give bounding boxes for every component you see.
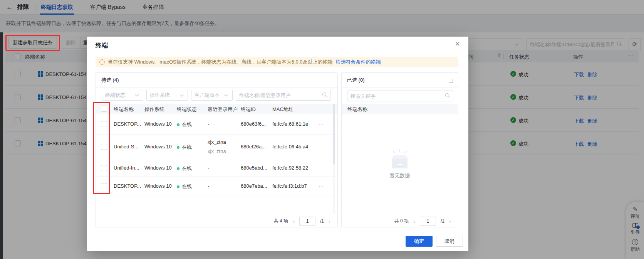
col-name: 终端名称 (114, 106, 134, 113)
col-mac: MAC地址 (272, 106, 293, 113)
filter-eligible-link[interactable]: 筛选符合条件的终端 (336, 59, 381, 66)
last-user: - (208, 121, 209, 127)
terminal-row[interactable]: DESKTOP... Windows 10 在线 - 680e63f6... f… (96, 114, 337, 135)
total-count: 共 4 项 (274, 218, 288, 224)
terminal-os: Windows 10 (144, 144, 172, 150)
chevron-down-icon (180, 93, 184, 97)
empty-box-icon (391, 148, 408, 168)
terminal-id: 680ef26a... (241, 144, 266, 150)
mac-address: fe:fc:fe:f3:1d:b7 (272, 183, 307, 189)
more-icon[interactable]: ⋯ (319, 183, 324, 189)
terminal-os: Windows 10 (144, 165, 172, 171)
page-input[interactable] (420, 217, 436, 226)
next-page-icon[interactable]: › (449, 218, 451, 224)
online-dot-icon (177, 146, 179, 149)
confirm-button[interactable]: 确定 (406, 236, 433, 247)
chevron-down-icon (225, 93, 228, 97)
terminal-name: Unified-In... (114, 165, 139, 171)
total-count: 共 0 项 (394, 218, 409, 224)
mac-address: fe:fc:fe:06:4b:a4 (272, 144, 308, 150)
col-os: 操作系统 (144, 106, 164, 113)
online-status: 在线 (177, 121, 192, 128)
modal-title: 终端 (96, 42, 108, 50)
os-filter-label: 操作系统 (150, 92, 170, 99)
search-icon (322, 92, 326, 96)
page-total: /1 (320, 219, 324, 224)
terminal-id: 680e63f6... (241, 121, 266, 127)
info-icon: ! (99, 59, 105, 65)
online-dot-icon (177, 167, 179, 170)
online-status: 在线 (177, 183, 192, 190)
version-filter-select[interactable]: 客户端版本 (191, 90, 233, 101)
terminal-row[interactable]: DESKTOP... Windows 10 在线 - 680e7eba... f… (96, 177, 337, 195)
online-status-text: 在线 (182, 165, 192, 171)
col-status: 终端状态 (177, 106, 197, 113)
terminal-os: Windows 10 (144, 183, 172, 189)
next-page-icon[interactable]: › (329, 218, 330, 224)
pending-panel-header: 待选 (4) (96, 73, 337, 87)
search-icon (445, 93, 449, 97)
terminal-row[interactable]: Unified-S... Windows 10 在线 xjx_ztna xjx_… (96, 135, 337, 159)
terminal-row[interactable]: Unified-In... Windows 10 在线 - 680e5abd..… (96, 159, 337, 177)
pending-search (236, 90, 330, 101)
prev-page-icon[interactable]: ‹ (293, 218, 295, 224)
selected-search-input[interactable] (347, 91, 453, 101)
empty-text: 暂无数据 (390, 172, 410, 179)
empty-state: 暂无数据 (342, 148, 458, 179)
os-filter-select[interactable]: 操作系统 (146, 90, 188, 101)
col-id: 终端ID (241, 106, 256, 113)
select-all-checkbox[interactable] (101, 106, 107, 112)
cancel-button[interactable]: 取消 (436, 236, 463, 247)
chevron-down-icon (135, 93, 139, 97)
last-user-line2: xjx_ztna (208, 148, 226, 154)
col-name: 终端名称 (347, 106, 367, 113)
info-banner: ! 当前仅支持 Windows、macOS操作系统，终端状态为在线、离线，且客户… (96, 57, 458, 67)
online-status-text: 在线 (182, 121, 192, 127)
close-icon[interactable]: × (455, 40, 460, 48)
terminal-os: Windows 10 (144, 121, 172, 127)
selected-panel: 已选 (0) 终端名称 暂无数据 共 0 项 ‹ (341, 72, 458, 227)
selected-search (347, 91, 453, 101)
more-icon[interactable]: ⋯ (319, 121, 324, 127)
online-status-text: 在线 (182, 144, 192, 150)
scrollbar[interactable] (333, 104, 335, 214)
online-status: 在线 (177, 144, 192, 151)
mac-address: fe:fc:fe:92:58:22 (272, 165, 308, 171)
pending-table-header: 终端名称 操作系统 终端状态 最近登录用户 终端ID MAC地址 (96, 104, 337, 114)
screen: ← 排障 终端日志获取 客户端 Bypass 业务排障 获取并下载终端故障日志，… (0, 0, 644, 259)
terminal-id: 680e7eba... (241, 183, 267, 189)
terminal-name: DESKTOP... (114, 121, 141, 127)
version-filter-label: 客户端版本 (195, 92, 220, 99)
last-user: - (208, 183, 209, 189)
terminal-id: 680e5abd... (241, 165, 267, 171)
online-dot-icon (177, 123, 179, 126)
pending-search-input[interactable] (236, 90, 330, 101)
online-status-text: 在线 (182, 183, 192, 189)
row-checkbox[interactable] (101, 165, 107, 171)
pending-pagination: 共 4 项 ‹ /1 › (96, 215, 337, 227)
selected-panel-header: 已选 (0) (342, 73, 458, 87)
col-user: 最近登录用户 (208, 106, 238, 113)
pending-title: 待选 (4) (101, 77, 119, 84)
trash-icon[interactable] (448, 77, 453, 83)
online-status: 在线 (177, 165, 192, 172)
banner-text: 当前仅支持 Windows、macOS操作系统，终端状态为在线、离线，且客户端版… (108, 59, 333, 66)
row-checkbox[interactable] (101, 121, 107, 127)
terminal-name: Unified-S... (114, 144, 138, 150)
pending-panel: 待选 (4) 终端状态 操作系统 客户端版本 (96, 72, 338, 227)
online-dot-icon (177, 185, 179, 188)
last-user: - (208, 165, 209, 171)
status-filter-label: 终端状态 (105, 92, 125, 99)
row-checkbox[interactable] (101, 183, 107, 189)
terminal-modal: 终端 × ! 当前仅支持 Windows、macOS操作系统，终端状态为在线、离… (87, 37, 468, 251)
selected-title: 已选 (0) (347, 77, 365, 84)
selected-pagination: 共 0 项 ‹ /1 › (342, 215, 458, 227)
status-filter-select[interactable]: 终端状态 (102, 90, 143, 101)
selected-table-header: 终端名称 (342, 104, 458, 114)
prev-page-icon[interactable]: ‹ (413, 218, 415, 224)
page-input[interactable] (299, 217, 315, 226)
row-checkbox[interactable] (101, 144, 107, 150)
terminal-name: DESKTOP... (114, 183, 141, 189)
last-user: xjx_ztna (208, 139, 226, 145)
mac-address: fe:fc:fe:68:61:1e (272, 121, 308, 127)
